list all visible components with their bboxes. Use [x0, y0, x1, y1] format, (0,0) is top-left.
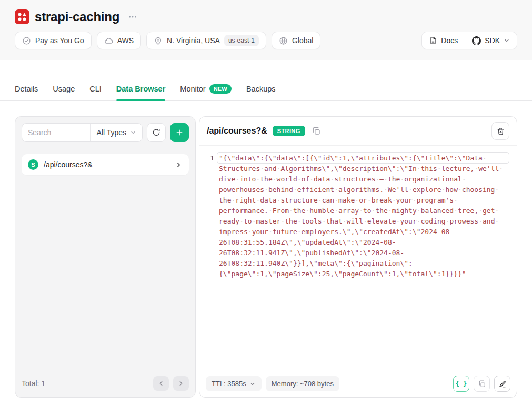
refresh-icon: [152, 128, 160, 137]
page-header: strapi-caching Pay as You Go AWS N. Virg…: [0, 0, 532, 60]
total-count-label: Total: 1: [22, 379, 45, 388]
chevron-right-icon: [175, 161, 183, 169]
code-value: "{\"data\":{\"data\":[{\"id\":1,\"attrib…: [219, 153, 509, 279]
keys-sidebar: All Types S /api/courses?& Total: 1: [15, 116, 196, 398]
search-combo: All Types: [22, 123, 143, 142]
docs-button[interactable]: Docs: [422, 32, 465, 49]
docs-button-label: Docs: [441, 36, 458, 45]
next-page-button[interactable]: [173, 376, 189, 391]
check-seal-icon: [22, 36, 31, 45]
edit-value-button[interactable]: [494, 376, 510, 392]
type-filter-label: All Types: [96, 128, 126, 137]
database-logo-icon: [15, 9, 29, 24]
key-list-item-label: /api/courses?&: [44, 160, 169, 169]
sdk-button[interactable]: SDK: [465, 32, 517, 49]
plan-badge: Pay as You Go: [15, 32, 92, 49]
type-filter-select[interactable]: All Types: [90, 124, 142, 141]
copy-value-button[interactable]: [474, 376, 490, 392]
trash-icon: [496, 127, 505, 136]
copy-icon: [312, 126, 321, 136]
key-type-badge: STRING: [273, 126, 305, 136]
delete-key-button[interactable]: [491, 122, 509, 140]
key-list-item[interactable]: S /api/courses?&: [22, 154, 189, 175]
plan-badge-label: Pay as You Go: [35, 36, 84, 45]
sidebar-footer: Total: 1: [22, 359, 189, 391]
tab-backups[interactable]: Backups: [246, 84, 276, 100]
tab-cli[interactable]: CLI: [89, 84, 102, 100]
add-key-button[interactable]: [170, 123, 189, 142]
key-detail-panel: /api/courses?& STRING 1 "{\"data\":{\"da…: [199, 116, 517, 398]
pencil-icon: [498, 380, 507, 388]
selected-key-title: /api/courses?&: [207, 126, 267, 136]
braces-icon: { }: [456, 380, 467, 388]
value-editor[interactable]: 1 "{\"data\":{\"data\":[{\"id\":1,\"attr…: [199, 146, 517, 370]
chevron-down-icon: [504, 37, 510, 44]
map-pin-icon: [154, 36, 163, 45]
ttl-label: TTL: 3585s: [212, 380, 246, 388]
region-code-tag: us-east-1: [224, 35, 259, 46]
chevron-left-icon: [157, 380, 165, 387]
globe-icon: [279, 36, 288, 45]
region-badge: N. Virginia, USA us-east-1: [146, 32, 266, 49]
region-badge-label: N. Virginia, USA: [167, 36, 220, 45]
sdk-button-label: SDK: [485, 36, 500, 45]
sidebar-footer-divider: [22, 365, 189, 365]
document-icon: [429, 36, 437, 45]
new-badge: NEW: [209, 84, 232, 94]
docs-sdk-group: Docs SDK: [421, 32, 517, 49]
tab-details[interactable]: Details: [15, 84, 38, 100]
tab-usage[interactable]: Usage: [53, 84, 75, 100]
title-menu-button[interactable]: [126, 10, 139, 24]
provider-badge: AWS: [97, 32, 141, 49]
copy-key-button[interactable]: [310, 125, 322, 137]
memory-usage-label: Memory: ~708 bytes: [266, 376, 339, 391]
sidebar-divider: [22, 148, 189, 148]
tab-data-browser[interactable]: Data Browser: [116, 84, 165, 100]
line-number: 1: [206, 153, 214, 370]
chevron-down-icon: [249, 381, 256, 387]
scope-badge: Global: [272, 32, 320, 49]
prev-page-button[interactable]: [153, 376, 169, 391]
tab-bar: Details Usage CLI Data Browser Monitor N…: [0, 84, 532, 101]
copy-icon: [478, 380, 486, 388]
search-input[interactable]: [22, 124, 90, 141]
cloud-icon: [104, 36, 113, 45]
key-type-avatar: S: [28, 159, 38, 170]
tab-monitor[interactable]: Monitor NEW: [180, 84, 232, 100]
ttl-dropdown[interactable]: TTL: 3585s: [206, 376, 262, 391]
ellipsis-icon: [128, 12, 137, 22]
chevron-down-icon: [130, 129, 136, 136]
scope-badge-label: Global: [292, 36, 313, 45]
chevron-right-icon: [177, 380, 185, 387]
page-title: strapi-caching: [35, 9, 119, 24]
provider-badge-label: AWS: [117, 36, 134, 45]
github-icon: [472, 36, 481, 45]
refresh-button[interactable]: [147, 123, 166, 142]
format-json-button[interactable]: { }: [453, 376, 469, 392]
plus-icon: [175, 128, 184, 137]
